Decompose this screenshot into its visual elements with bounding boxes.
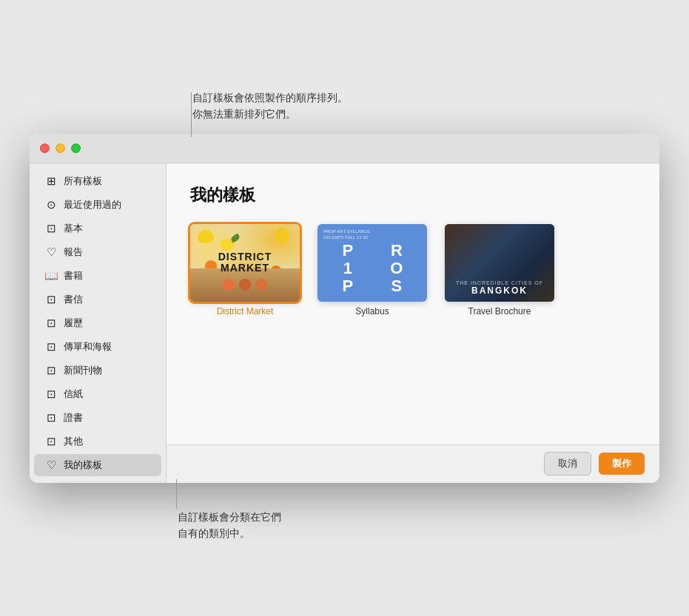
sidebar-label-report: 報告 <box>64 246 83 259</box>
book-icon: 📖 <box>44 269 58 282</box>
sidebar-label-recent: 最近使用過的 <box>64 198 121 211</box>
sidebar: ⊞ 所有樣板 ⊙ 最近使用過的 ⊡ 基本 ♡ 報告 📖 書籍 <box>30 163 167 483</box>
template-label-syllabus: Syllabus <box>355 306 389 317</box>
clock-icon: ⊙ <box>44 198 58 211</box>
news-icon: ⊡ <box>44 364 58 377</box>
tooltip-top-line1: 自訂樣板會依照製作的順序排列。 <box>192 92 348 104</box>
sidebar-item-letter[interactable]: ⊡ 書信 <box>34 288 161 311</box>
sidebar-label-my-templates: 我的樣板 <box>64 458 102 472</box>
resume-icon: ⊡ <box>44 317 58 330</box>
stall-circle-2 <box>239 279 251 291</box>
template-thumb-travel: THE INCREDIBLE CITIES OF BANGKOK <box>445 224 554 302</box>
sidebar-label-certificate: 證書 <box>64 411 83 424</box>
content-inner: 我的樣板 <box>167 163 659 444</box>
template-travel[interactable]: THE INCREDIBLE CITIES OF BANGKOK Travel … <box>445 224 554 317</box>
sidebar-item-news[interactable]: ⊡ 新聞刊物 <box>34 359 161 382</box>
sidebar-item-certificate[interactable]: ⊡ 證書 <box>34 407 161 429</box>
report-icon: ♡ <box>44 246 58 259</box>
template-label-district: District Market <box>217 306 274 317</box>
travel-city-name: BANGKOK <box>445 285 554 296</box>
tooltip-bottom: 自訂樣板會分類在它們 自有的類別中。 <box>178 509 281 542</box>
props-r: R <box>372 242 421 260</box>
title-bar <box>30 134 659 163</box>
sidebar-item-flyer[interactable]: ⊡ 傳單和海報 <box>34 336 161 358</box>
props-s: S <box>372 277 421 295</box>
district-title: DISTRICTMARKET <box>218 251 272 274</box>
heart-icon: ♡ <box>44 458 58 472</box>
syllabus-props-text: P R 1 O P S <box>323 242 421 296</box>
tooltip-bottom-line2: 自有的類別中。 <box>178 527 250 539</box>
lemon-1 <box>198 230 214 243</box>
sidebar-label-all: 所有樣板 <box>64 175 102 188</box>
basic-icon: ⊡ <box>44 222 58 235</box>
props-p2: P <box>323 277 372 295</box>
lemon-2 <box>275 228 289 244</box>
template-thumb-district: DISTRICTMARKET <box>190 224 300 302</box>
sidebar-label-stationery: 信紙 <box>64 387 83 401</box>
sidebar-label-resume: 履歷 <box>64 317 83 330</box>
sidebar-item-other[interactable]: ⊡ 其他 <box>34 430 161 453</box>
props-o: O <box>372 260 421 277</box>
sidebar-label-book: 書籍 <box>64 269 83 282</box>
sidebar-item-report[interactable]: ♡ 報告 <box>34 241 161 263</box>
sidebar-item-recent[interactable]: ⊙ 最近使用過的 <box>34 194 161 216</box>
stall-circle-3 <box>255 279 267 291</box>
section-title: 我的樣板 <box>190 184 636 206</box>
other-icon: ⊡ <box>44 435 58 448</box>
templates-grid: DISTRICTMARKET District Market <box>190 224 636 317</box>
sidebar-label-flyer: 傳單和海報 <box>64 340 112 353</box>
footer: 取消 製作 <box>167 444 659 483</box>
props-p1: P <box>323 242 372 260</box>
close-button[interactable] <box>40 143 50 153</box>
sidebar-label-basic: 基本 <box>64 222 83 235</box>
cancel-button[interactable]: 取消 <box>544 452 591 475</box>
content-area: 我的樣板 <box>167 163 659 483</box>
flyer-icon: ⊡ <box>44 340 58 353</box>
sidebar-item-stationery[interactable]: ⊡ 信紙 <box>34 383 161 405</box>
sidebar-item-all[interactable]: ⊞ 所有樣板 <box>34 170 161 192</box>
stationery-icon: ⊡ <box>44 387 58 401</box>
syllabus-props-grid: P R 1 O P S <box>323 242 421 296</box>
syllabus-meta-line2: GD-10875 FALL 21-22 <box>323 235 368 240</box>
letter-icon: ⊡ <box>44 293 58 306</box>
syllabus-meta-line1: PROP ART SYLLABUS <box>323 229 370 234</box>
template-district[interactable]: DISTRICTMARKET District Market <box>190 224 300 317</box>
sidebar-item-my-templates[interactable]: ♡ 我的樣板 <box>34 454 161 476</box>
tooltip-top: 自訂樣板會依照製作的順序排列。 你無法重新排列它們。 <box>192 89 348 123</box>
template-syllabus[interactable]: PROP ART SYLLABUS GD-10875 FALL 21-22 P … <box>317 224 427 317</box>
stall-circle-1 <box>223 279 235 291</box>
tooltip-bottom-line1: 自訂樣板會分類在它們 <box>178 511 281 523</box>
sidebar-item-book[interactable]: 📖 書籍 <box>34 265 161 287</box>
template-thumb-syllabus: PROP ART SYLLABUS GD-10875 FALL 21-22 P … <box>317 224 427 302</box>
sidebar-label-other: 其他 <box>64 435 83 448</box>
minimize-button[interactable] <box>56 143 65 153</box>
tooltip-top-line2: 你無法重新排列它們。 <box>192 108 296 120</box>
app-window: ⊞ 所有樣板 ⊙ 最近使用過的 ⊡ 基本 ♡ 報告 📖 書籍 <box>30 134 659 483</box>
maximize-button[interactable] <box>71 143 81 153</box>
syllabus-meta: PROP ART SYLLABUS GD-10875 FALL 21-22 <box>323 229 370 241</box>
travel-city-subtitle: THE INCREDIBLE CITIES OF <box>445 280 554 285</box>
window-wrapper: 自訂樣板會依照製作的順序排列。 你無法重新排列它們。 ⊞ 所有樣板 ⊙ 最近使用… <box>30 134 659 483</box>
travel-overlay-text: THE INCREDIBLE CITIES OF BANGKOK <box>445 280 554 296</box>
props-1: 1 <box>323 260 372 277</box>
sidebar-item-basic[interactable]: ⊡ 基本 <box>34 217 161 240</box>
district-text-overlay: DISTRICTMARKET <box>218 251 272 274</box>
certificate-icon: ⊡ <box>44 411 58 424</box>
sidebar-label-news: 新聞刊物 <box>64 364 102 377</box>
template-label-travel: Travel Brochure <box>468 306 531 317</box>
main-layout: ⊞ 所有樣板 ⊙ 最近使用過的 ⊡ 基本 ♡ 報告 📖 書籍 <box>30 163 659 483</box>
create-button[interactable]: 製作 <box>599 453 645 475</box>
sidebar-label-letter: 書信 <box>64 293 83 306</box>
grid-icon: ⊞ <box>44 175 58 188</box>
sidebar-item-resume[interactable]: ⊡ 履歷 <box>34 312 161 334</box>
